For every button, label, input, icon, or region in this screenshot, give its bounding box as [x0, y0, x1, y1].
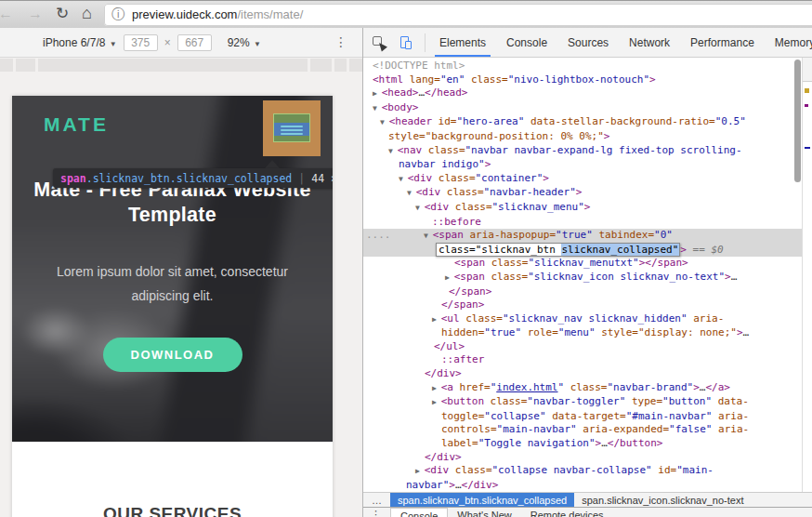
dom-tree-line[interactable]: class="slicknav_btn slicknav_collapsed">… — [363, 244, 812, 258]
devtools-tab-console[interactable]: Console — [506, 28, 547, 57]
devtools-tab-network[interactable]: Network — [629, 28, 670, 57]
dom-tree-line[interactable]: ▼ <body> — [363, 101, 812, 116]
dom-tree-line[interactable]: </div> — [363, 451, 812, 465]
refresh-icon[interactable]: ↻ — [56, 4, 69, 24]
drawer-tab-bar: ⋮ ConsoleWhat's NewRemote devices — [363, 507, 812, 517]
code-token: "collapse" — [484, 410, 545, 422]
home-icon[interactable]: ⌂ — [82, 3, 92, 23]
dom-tree-line[interactable]: <!DOCTYPE html> — [363, 60, 812, 73]
toolbar-separator — [425, 33, 426, 52]
forward-icon[interactable]: → — [28, 4, 43, 24]
dom-tree-line[interactable]: ▼ <div class="navbar-header"> — [363, 186, 812, 201]
dom-tree-line[interactable]: ▼ <nav class="navbar navbar-expand-lg fi… — [363, 144, 812, 159]
dom-tree-line[interactable]: </span> — [363, 298, 812, 312]
dom-tree-line[interactable]: </span> — [363, 285, 812, 299]
code-token: "true" — [484, 326, 521, 338]
dom-tree-line[interactable]: navbar">…</div> — [363, 479, 812, 492]
services-heading: OUR SERVICES — [12, 442, 333, 517]
url-text[interactable]: preview.uideck.com/items/mate/ — [132, 7, 303, 21]
breadcrumb-item[interactable]: span.slicknav_btn.slicknav_collapsed — [390, 493, 574, 507]
code-token: "main- — [676, 464, 714, 476]
dom-tree-line[interactable]: <html lang="en" class="nivo-lightbox-not… — [363, 73, 812, 87]
code-token: <ul — [441, 312, 460, 325]
drawer-menu-icon[interactable]: ⋮ — [371, 509, 381, 517]
code-token: <a — [441, 381, 453, 393]
inspected-element-highlight[interactable] — [263, 100, 321, 156]
dom-tree-line[interactable]: ▶ <a href="index.html" class="navbar-bra… — [363, 381, 812, 396]
back-icon[interactable]: ← — [0, 4, 13, 24]
device-height-input[interactable] — [177, 34, 212, 51]
devtools-scrollbar[interactable] — [794, 60, 801, 182]
device-toolbar-toggle-icon[interactable] — [399, 35, 413, 50]
dom-tree-line[interactable]: ▶ <div class="collapse navbar-collapse" … — [363, 464, 812, 479]
dom-tree-line[interactable]: controls="main-navbar" aria-expanded="fa… — [363, 423, 812, 437]
dom-tree-line[interactable]: label="Toggle navigation">…</button> — [363, 437, 812, 451]
breadcrumb-ellipsis[interactable]: … — [372, 495, 382, 506]
address-bar[interactable]: ⓘ preview.uideck.com/items/mate/ — [104, 4, 812, 26]
code-token: data- — [712, 395, 749, 407]
code-token: </span> — [449, 285, 491, 298]
inspect-element-icon[interactable] — [372, 35, 386, 50]
dom-tree-line[interactable]: </div> — [363, 367, 812, 381]
code-token: ▼ — [373, 104, 382, 113]
devtools-tab-memory[interactable]: Memory — [775, 28, 812, 57]
code-token: </div> — [462, 479, 499, 491]
dom-tree-line[interactable]: </ul> — [363, 340, 812, 354]
styles-fragment — [805, 147, 810, 149]
page-preview-pane: MATE span.slicknav_btn.slicknav_collapse… — [0, 58, 362, 517]
dom-tree-line[interactable]: ::after — [363, 353, 812, 367]
dom-tree-line[interactable]: ▶ <head>…</head> — [363, 86, 812, 101]
dom-tree-line[interactable]: <span class="slicknav_menutxt"></span> — [363, 257, 812, 271]
code-token: class= — [449, 464, 491, 476]
devtools-tab-elements[interactable]: Elements — [439, 28, 486, 57]
dom-tree-line[interactable]: ▼ <div class="slicknav_menu"> — [363, 201, 812, 216]
code-token: <span — [433, 229, 464, 241]
drawer-tab-what-s-new[interactable]: What's New — [448, 508, 520, 517]
code-token: > — [449, 479, 455, 491]
dom-tree-line[interactable]: ::before — [363, 216, 812, 230]
code-token: > — [604, 130, 610, 142]
download-button[interactable]: DOWNLOAD — [103, 338, 242, 372]
devtools-tab-sources[interactable]: Sources — [568, 28, 609, 57]
code-token: == $0 — [693, 244, 724, 256]
ruler-segment — [310, 59, 332, 72]
dom-tree-line[interactable]: ▼ <header id="hero-area" data-stellar-ba… — [363, 115, 812, 130]
drawer-tab-remote-devices[interactable]: Remote devices — [521, 508, 613, 517]
dom-tree: <!DOCTYPE html><html lang="en" class="ni… — [363, 58, 812, 492]
code-token: "0" — [654, 229, 673, 241]
ruler-segment — [38, 59, 308, 72]
code-token: </head> — [425, 86, 467, 99]
site-info-icon[interactable]: ⓘ — [111, 7, 124, 23]
device-width-input[interactable] — [124, 34, 158, 51]
tooltip-separator: | — [298, 172, 305, 185]
dom-tree-line[interactable]: ▶ <button class="navbar-toggler" type="b… — [363, 395, 812, 410]
code-token: "false" — [669, 423, 712, 435]
device-select[interactable]: iPhone 6/7/8 ▼ — [43, 36, 117, 49]
code-token: "hero-area" — [457, 115, 525, 127]
dom-tree-line[interactable]: navbar indigo"> — [363, 158, 812, 172]
drawer-tab-console[interactable]: Console — [390, 508, 448, 517]
code-token: index.html — [496, 381, 557, 393]
code-token: "collapse navbar-collapse" — [492, 464, 652, 476]
code-token: class= — [485, 257, 528, 269]
breadcrumb-item[interactable]: span.slicknav_icon.slicknav_no-text — [574, 493, 751, 507]
dom-tree-line[interactable]: ▶ <span class="slicknav_icon slicknav_no… — [363, 271, 812, 285]
code-token: toggle= — [441, 410, 484, 422]
dom-tree-line[interactable]: ....▼ <span aria-haspopup="true" tabinde… — [363, 229, 812, 244]
dom-tree-line[interactable]: ▼ <div class="container"> — [363, 172, 812, 187]
devtools-tab-performance[interactable]: Performance — [690, 28, 754, 57]
code-token: > — [576, 186, 583, 198]
dom-tree-line[interactable]: toggle="collapse" data-target="#main-nav… — [363, 410, 812, 424]
code-token: lang= — [403, 73, 440, 86]
code-token: ▶ — [432, 398, 441, 406]
dom-tree-line[interactable]: ▶ <ul class="slicknav_nav slicknav_hidde… — [363, 312, 812, 327]
zoom-select[interactable]: 92% ▼ — [228, 36, 261, 49]
dom-tree-line[interactable]: style="background-position: 0% 0%;"> — [363, 130, 812, 144]
dom-tree-line[interactable]: hidden="true" role="menu" style="display… — [363, 326, 812, 340]
device-toolbar: iPhone 6/7/8 ▼ × 92% ▼ ⋮ — [0, 28, 362, 58]
site-logo[interactable]: MATE — [44, 113, 109, 136]
code-token: "container" — [476, 172, 544, 184]
browser-window: ← → ↻ ⌂ ⓘ preview.uideck.com/items/mate/… — [0, 0, 812, 517]
code-token: ::before — [432, 216, 481, 228]
device-toolbar-menu-icon[interactable]: ⋮ — [334, 34, 347, 49]
